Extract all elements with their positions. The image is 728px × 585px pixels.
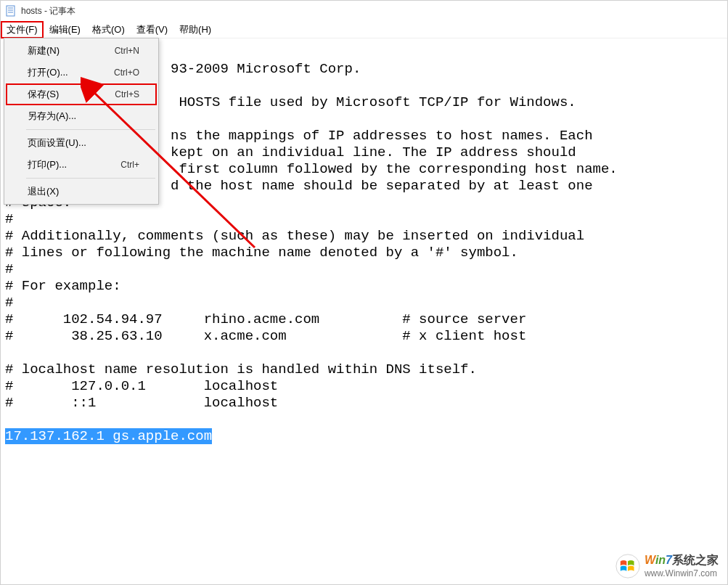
menu-separator xyxy=(26,178,155,179)
menu-view[interactable]: 查看(V) xyxy=(131,22,173,38)
file-menu-exit-label: 退出(X) xyxy=(28,185,59,198)
windows-logo-icon xyxy=(615,554,640,578)
menu-file[interactable]: 文件(F) xyxy=(1,21,44,38)
titlebar: hosts - 记事本 xyxy=(1,1,727,21)
file-menu-dropdown: 新建(N) Ctrl+N 打开(O)... Ctrl+O 保存(S) Ctrl+… xyxy=(4,38,159,205)
file-menu-print[interactable]: 打印(P)... Ctrl+ xyxy=(6,154,157,176)
file-menu-page-setup[interactable]: 页面设置(U)... xyxy=(6,132,157,154)
file-menu-page-setup-label: 页面设置(U)... xyxy=(28,136,86,150)
menu-separator xyxy=(26,129,155,130)
file-menu-new-label: 新建(N) xyxy=(28,44,60,57)
file-menu-open-label: 打开(O)... xyxy=(28,66,68,79)
editor-line: # 102.54.94.97 rhino.acme.com # source s… xyxy=(5,311,526,327)
file-menu-save-label: 保存(S) xyxy=(28,88,59,101)
file-menu-save-shortcut: Ctrl+S xyxy=(115,89,139,99)
file-menu-new-shortcut: Ctrl+N xyxy=(115,46,139,56)
menubar: 文件(F) 编辑(E) 格式(O) 查看(V) 帮助(H) xyxy=(1,21,727,38)
editor-line: # xyxy=(5,211,13,227)
window-title: hosts - 记事本 xyxy=(21,5,75,17)
file-menu-exit[interactable]: 退出(X) xyxy=(6,181,157,202)
menu-format[interactable]: 格式(O) xyxy=(86,22,131,38)
file-menu-print-label: 打印(P)... xyxy=(28,158,67,171)
editor-line: # ::1 localhost xyxy=(5,395,278,411)
editor-line: # For example: xyxy=(5,278,121,294)
file-menu-open-shortcut: Ctrl+O xyxy=(114,68,139,78)
editor-selected-text: 17.137.162.1 gs.apple.com xyxy=(5,428,212,444)
svg-point-5 xyxy=(616,554,639,577)
svg-rect-0 xyxy=(7,6,15,16)
file-menu-save-as-label: 另存为(A)... xyxy=(28,110,76,123)
editor-line: # lines or following the machine name de… xyxy=(5,245,518,261)
file-menu-new[interactable]: 新建(N) Ctrl+N xyxy=(6,40,157,62)
menu-help[interactable]: 帮助(H) xyxy=(173,22,217,38)
editor-line: # 38.25.63.10 x.acme.com # x client host xyxy=(5,328,526,344)
editor-line: # xyxy=(5,261,13,277)
notepad-icon xyxy=(5,5,17,17)
file-menu-save[interactable]: 保存(S) Ctrl+S xyxy=(6,83,157,105)
editor-line: # xyxy=(5,295,13,311)
editor-line: # Additionally, comments (such as these)… xyxy=(5,228,584,244)
watermark: Win7系统之家 www.Winwin7.com xyxy=(615,553,719,578)
file-menu-save-as[interactable]: 另存为(A)... xyxy=(6,105,157,127)
menu-edit[interactable]: 编辑(E) xyxy=(44,22,86,38)
file-menu-open[interactable]: 打开(O)... Ctrl+O xyxy=(6,62,157,83)
file-menu-print-shortcut: Ctrl+ xyxy=(120,160,139,170)
watermark-brand: Win7系统之家 xyxy=(645,553,719,568)
watermark-url: www.Winwin7.com xyxy=(645,568,719,578)
editor-line: # 127.0.0.1 localhost xyxy=(5,378,278,394)
editor-line: # localhost name resolution is handled w… xyxy=(5,361,477,377)
